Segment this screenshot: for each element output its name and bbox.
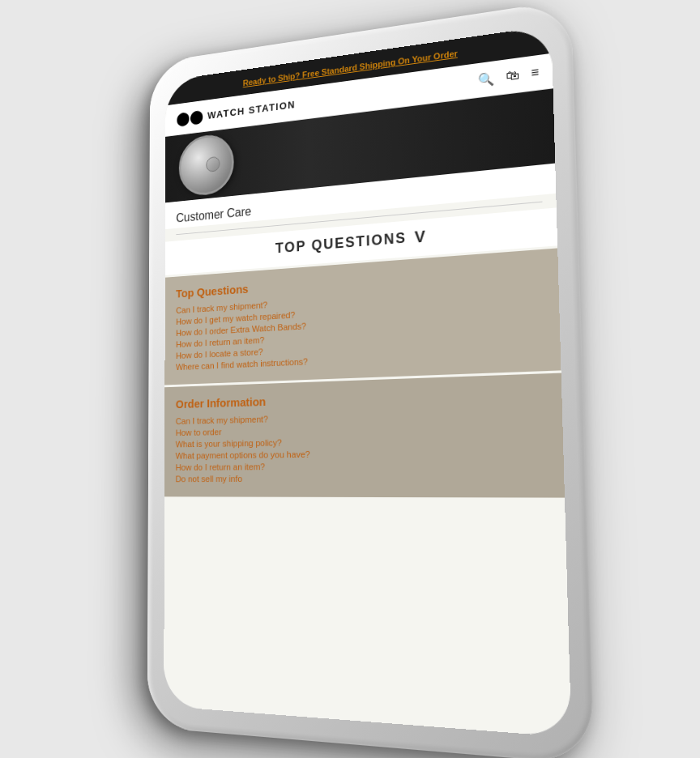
watch-image (165, 123, 276, 202)
logo-icon: ⬤⬤ (177, 108, 203, 127)
order-items-list: Can I track my shipment? How to order Wh… (176, 407, 550, 483)
top-questions-label: TOP QUESTIONS (275, 230, 407, 258)
order-item[interactable]: How do I return an item? (176, 459, 550, 472)
header-icons: 🔍 🛍 ≡ (477, 65, 539, 88)
cart-icon[interactable]: 🛍 (506, 67, 519, 83)
order-item[interactable]: Do not sell my info (176, 472, 550, 483)
order-information-section: Order Information Can I track my shipmen… (164, 373, 565, 498)
menu-icon[interactable]: ≡ (531, 65, 539, 80)
chevron-down-icon: V (415, 228, 426, 247)
search-icon[interactable]: 🔍 (477, 70, 494, 88)
customer-care-title: Customer Care (176, 205, 251, 225)
order-section-title: Order Information (176, 385, 548, 411)
order-item[interactable]: What payment options do you have? (176, 446, 549, 461)
logo-text: WATCH STATION (207, 98, 296, 121)
